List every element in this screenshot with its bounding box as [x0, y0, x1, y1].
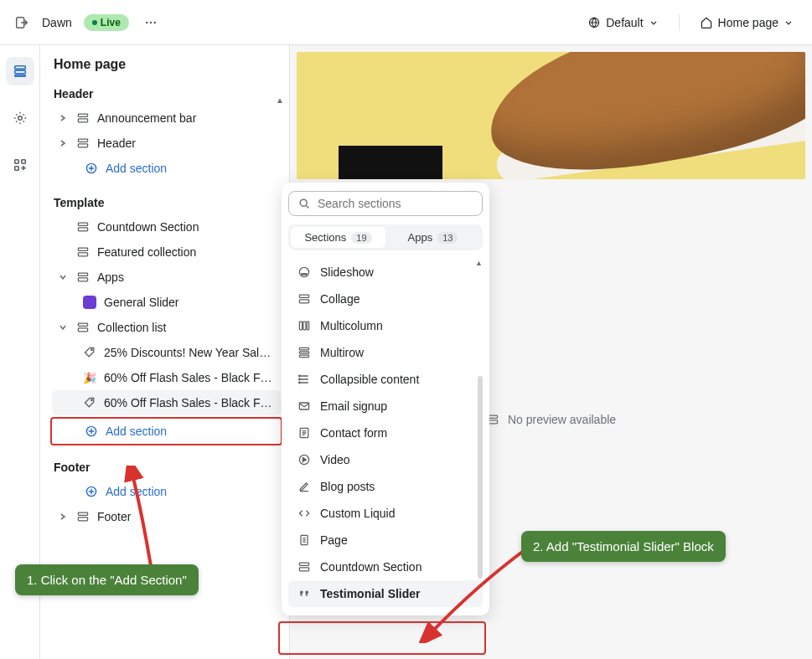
section-option[interactable]: Custom Liquid: [288, 500, 483, 527]
tab-apps[interactable]: Apps 13: [385, 227, 480, 248]
section-option[interactable]: Multirow: [288, 339, 483, 366]
tab-sections[interactable]: Sections 19: [291, 227, 385, 248]
code-icon: [297, 507, 312, 520]
svg-rect-24: [78, 328, 87, 332]
sidebar-item[interactable]: Collection list: [52, 315, 281, 340]
section-option[interactable]: Collapsible content: [288, 366, 483, 393]
chevron-right-icon: [57, 139, 69, 147]
sparkle-icon: 🎉: [82, 372, 97, 384]
svg-rect-44: [299, 352, 308, 353]
svg-rect-11: [14, 167, 18, 171]
sidebar-item[interactable]: Header: [52, 131, 281, 156]
live-badge: Live: [84, 14, 129, 31]
add-section-header-button[interactable]: Add section: [52, 156, 281, 181]
section-option[interactable]: Testimonial Slider: [288, 580, 483, 607]
plus-circle-icon: [84, 425, 99, 438]
search-sections-input[interactable]: [288, 191, 483, 216]
section-option[interactable]: Email signup: [288, 393, 483, 420]
svg-rect-13: [78, 119, 87, 122]
svg-rect-42: [307, 322, 308, 330]
svg-point-3: [153, 21, 156, 23]
svg-rect-30: [78, 517, 87, 521]
section-option[interactable]: Blog posts: [288, 473, 483, 500]
collapse-caret-icon[interactable]: ▲: [276, 95, 284, 105]
sections-tab-icon[interactable]: [6, 57, 34, 85]
sidebar-item[interactable]: Apps: [52, 265, 281, 290]
section-option[interactable]: Page: [288, 527, 483, 553]
svg-point-33: [300, 199, 307, 206]
section-option[interactable]: Countdown Section: [288, 553, 483, 580]
section-icon: [75, 321, 91, 334]
sidebar-item[interactable]: General Slider: [52, 290, 281, 315]
svg-rect-54: [299, 568, 308, 571]
locale-select[interactable]: Default: [582, 13, 663, 33]
section-option[interactable]: Multicolumn: [288, 312, 483, 339]
svg-rect-43: [299, 348, 308, 349]
list-icon: [297, 373, 312, 386]
sidebar-item[interactable]: Footer: [52, 504, 281, 529]
chevron-down-icon: [649, 18, 659, 28]
section-icon: [75, 136, 91, 150]
page-select[interactable]: Home page: [695, 13, 799, 33]
svg-rect-39: [299, 300, 308, 303]
sidebar-item[interactable]: Countdown Section: [52, 214, 281, 239]
section-option[interactable]: Collage: [288, 286, 483, 312]
sections-popover: Sections 19 Apps 13 ▲ SlideshowCollageMu…: [282, 183, 489, 615]
section-icon: [75, 270, 91, 284]
exit-icon[interactable]: [13, 14, 30, 31]
chevron-down-icon: [784, 18, 794, 28]
apps-tab-icon[interactable]: [6, 151, 34, 179]
settings-tab-icon[interactable]: [6, 104, 34, 132]
chevron-right-icon: [57, 114, 69, 122]
search-input-field[interactable]: [318, 197, 473, 210]
globe-icon: [587, 16, 601, 29]
svg-point-2: [150, 21, 153, 23]
section-icon: [75, 245, 91, 259]
svg-rect-38: [299, 295, 308, 297]
svg-rect-12: [78, 114, 87, 116]
form-icon: [297, 426, 312, 440]
svg-point-34: [299, 267, 308, 276]
sidebar-item[interactable]: 25% Discounts! New Year Sales...: [52, 340, 281, 365]
scroll-up-icon[interactable]: ▲: [475, 259, 483, 267]
sidebar-item[interactable]: 🎉60% Off Flash Sales - Black Frid...: [52, 365, 281, 390]
section-list[interactable]: ▲ SlideshowCollageMulticolumnMultirowCol…: [288, 259, 483, 607]
columns-icon: [297, 319, 312, 332]
quote-icon: [297, 587, 312, 600]
chevron-right-icon: [57, 512, 69, 521]
svg-rect-6: [14, 70, 25, 74]
chevron-icon: [57, 323, 69, 332]
page-icon: [297, 533, 312, 547]
more-actions-button[interactable]: [141, 13, 161, 33]
svg-point-8: [18, 116, 22, 121]
footer-group-title: Footer: [54, 461, 281, 474]
callout-step-1: 1. Click on the "Add Section": [15, 564, 199, 595]
section-option[interactable]: Slideshow: [288, 259, 483, 286]
add-section-template-button[interactable]: Add section: [52, 419, 281, 444]
top-bar-right: Default Home page: [582, 13, 799, 33]
sidebar-item[interactable]: 60% Off Flash Sales - Black Fri...: [52, 390, 281, 415]
svg-point-36: [303, 274, 305, 275]
section-option[interactable]: Contact form: [288, 420, 483, 446]
svg-rect-5: [14, 66, 25, 70]
top-bar-left: Dawn Live: [13, 13, 161, 33]
scrollbar[interactable]: [478, 376, 483, 579]
svg-point-46: [299, 375, 301, 377]
add-section-footer-button[interactable]: Add section: [52, 479, 281, 504]
svg-point-26: [91, 399, 93, 401]
svg-rect-18: [78, 228, 87, 231]
svg-rect-41: [303, 322, 306, 330]
svg-rect-19: [78, 248, 87, 250]
section-icon: [297, 292, 312, 306]
svg-rect-53: [299, 563, 308, 565]
section-icon: [75, 111, 91, 125]
section-option[interactable]: Video: [288, 446, 483, 473]
sidebar-item[interactable]: Featured collection: [52, 239, 281, 265]
slideshow-icon: [297, 265, 312, 279]
section-icon: [75, 510, 91, 523]
svg-rect-10: [21, 160, 25, 164]
mail-icon: [297, 399, 312, 413]
header-group-title: Header: [54, 87, 281, 100]
svg-rect-14: [78, 139, 87, 142]
sidebar-item[interactable]: Announcement bar: [52, 106, 281, 131]
